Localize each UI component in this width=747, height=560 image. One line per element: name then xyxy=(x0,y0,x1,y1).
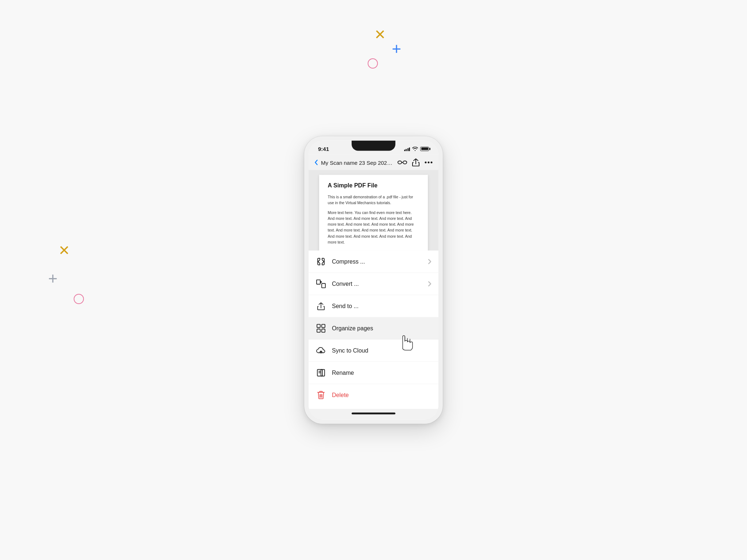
home-indicator xyxy=(309,409,438,420)
svg-rect-15 xyxy=(321,370,325,376)
rename-icon xyxy=(316,368,326,378)
home-bar xyxy=(352,413,395,415)
svg-rect-1 xyxy=(403,161,407,164)
delete-label: Delete xyxy=(332,392,431,398)
pdf-page: A Simple PDF File This is a small demons… xyxy=(319,175,428,251)
battery-level xyxy=(421,148,428,150)
send-to-icon xyxy=(316,301,326,311)
organize-pages-label: Organize pages xyxy=(332,325,431,332)
convert-label: Convert ... xyxy=(332,281,428,287)
context-menu: Compress ... Convert ... xyxy=(309,251,438,409)
menu-item-rename[interactable]: Rename xyxy=(309,362,438,384)
trash-icon xyxy=(316,390,326,400)
compress-chevron xyxy=(428,259,431,264)
svg-rect-0 xyxy=(398,161,402,164)
status-bar: 9:41 xyxy=(309,141,438,155)
svg-rect-12 xyxy=(317,329,320,332)
svg-line-3 xyxy=(398,162,398,163)
status-time: 9:41 xyxy=(318,146,329,152)
nav-actions xyxy=(398,159,433,167)
sync-cloud-icon xyxy=(316,346,326,356)
signal-bar-1 xyxy=(404,149,405,151)
menu-item-send-to[interactable]: Send to ... xyxy=(309,295,438,318)
signal-icon xyxy=(404,147,410,151)
deco-x-bottom-left: ✕ xyxy=(58,244,70,257)
pdf-title: A Simple PDF File xyxy=(328,182,419,189)
signal-bar-2 xyxy=(406,149,407,151)
send-to-label: Send to ... xyxy=(332,303,431,310)
svg-point-7 xyxy=(431,162,433,163)
menu-item-compress[interactable]: Compress ... xyxy=(309,251,438,273)
svg-point-6 xyxy=(428,162,430,163)
deco-plus-bottom-left: + xyxy=(48,271,58,287)
deco-circle-top-right xyxy=(368,58,378,69)
nav-title: My Scan name 23 Sep 2020.pdf xyxy=(321,159,395,166)
menu-item-convert[interactable]: Convert ... xyxy=(309,273,438,295)
organize-pages-icon xyxy=(316,323,326,334)
menu-item-sync-cloud[interactable]: Sync to Cloud xyxy=(309,340,438,362)
phone-screen: 9:41 xyxy=(309,141,438,420)
glasses-icon xyxy=(398,160,407,166)
deco-plus-top-right: + xyxy=(392,41,401,57)
svg-rect-11 xyxy=(322,324,325,328)
share-icon-button[interactable] xyxy=(412,159,419,167)
svg-point-5 xyxy=(425,162,427,163)
more-icon xyxy=(425,162,433,164)
compress-label: Compress ... xyxy=(332,258,428,265)
svg-line-4 xyxy=(407,162,407,163)
svg-rect-13 xyxy=(322,329,325,332)
pdf-paragraph-1: This is a small demonstration of a .pdf … xyxy=(328,194,419,206)
compress-icon xyxy=(316,257,326,267)
signal-bar-3 xyxy=(407,148,409,151)
svg-rect-8 xyxy=(317,280,320,284)
phone-frame: 9:41 xyxy=(304,136,443,424)
signal-bar-4 xyxy=(409,147,410,151)
wifi-icon xyxy=(412,147,418,151)
menu-item-organize-pages[interactable]: Organize pages xyxy=(309,318,438,340)
pdf-paragraph-2: More text here. You can find even more t… xyxy=(328,209,419,245)
battery-icon xyxy=(420,147,429,151)
pdf-preview: A Simple PDF File This is a small demons… xyxy=(309,171,438,251)
convert-icon xyxy=(316,279,326,289)
sync-cloud-label: Sync to Cloud xyxy=(332,347,431,354)
status-icons xyxy=(404,147,429,151)
deco-circle-bottom-left xyxy=(74,294,84,304)
notch xyxy=(352,141,395,151)
menu-item-delete[interactable]: Delete xyxy=(309,384,438,406)
svg-rect-9 xyxy=(322,284,325,288)
more-options-button[interactable] xyxy=(425,162,433,164)
back-button[interactable] xyxy=(314,160,318,166)
convert-chevron xyxy=(428,281,431,287)
deco-x-top-right: ✕ xyxy=(374,28,386,42)
share-icon xyxy=(412,159,419,167)
glasses-icon-button[interactable] xyxy=(398,160,407,166)
nav-bar: My Scan name 23 Sep 2020.pdf xyxy=(309,155,438,171)
rename-label: Rename xyxy=(332,370,431,376)
svg-rect-10 xyxy=(317,324,320,328)
